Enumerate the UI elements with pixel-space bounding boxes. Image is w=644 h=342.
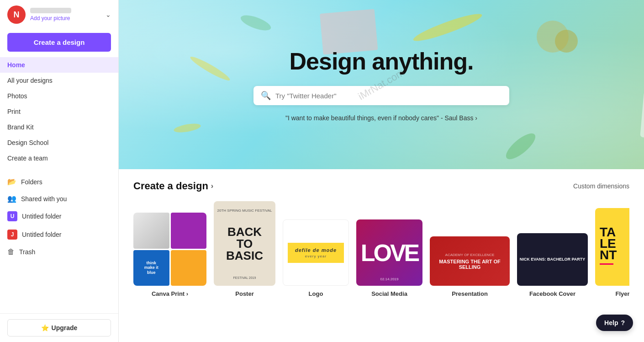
- search-icon: 🔍: [261, 91, 271, 101]
- section-header: Create a design › Custom dimensions: [133, 180, 629, 192]
- sidebar-nav: Home All your designs Photos Print Brand…: [0, 57, 118, 313]
- cp3: thinkmake itblue: [133, 250, 169, 286]
- logo-inner: defile de mode every year: [288, 243, 344, 263]
- shared-label: Shared with you: [21, 195, 67, 203]
- folders-label: Folders: [21, 178, 42, 186]
- trash-icon: 🗑: [7, 248, 15, 256]
- poster-main-text: BACKTOBASIC: [226, 226, 263, 262]
- presentation-label: Presentation: [452, 290, 488, 297]
- sidebar-item-print[interactable]: Print: [0, 104, 118, 119]
- poster-card[interactable]: 20TH SPRING MUSIC FESTIVAL BACKTOBASIC F…: [214, 201, 275, 297]
- hero-banner: iMrNat.com Design anything. 🔍 "I want to…: [119, 0, 644, 169]
- flyer-thumb: TALENT: [595, 208, 629, 286]
- design-cards-row: thinkmake itblue Canva Print › 20TH SPRI…: [133, 201, 629, 297]
- help-label: Help: [604, 319, 618, 326]
- canva-print-card[interactable]: thinkmake itblue Canva Print ›: [133, 213, 206, 297]
- upgrade-star-icon: ⭐: [41, 324, 49, 331]
- section-chevron-icon: ›: [211, 182, 213, 190]
- fb-thumb: NICK EVANS: BACHELOR PARTY: [517, 233, 588, 286]
- sidebar-item-design-school[interactable]: Design School: [0, 135, 118, 150]
- poster-date: FESTIVAL 2019: [214, 276, 275, 279]
- flyer-label: Flyer: [615, 290, 629, 297]
- hero-bg-decor: [119, 0, 644, 169]
- sidebar-item-brand-kit[interactable]: Brand Kit: [0, 119, 118, 135]
- home-label: Home: [7, 61, 25, 69]
- logo-label: Logo: [309, 290, 323, 297]
- fb-text: NICK EVANS: BACHELOR PARTY: [520, 256, 586, 262]
- upgrade-label: Upgrade: [52, 324, 78, 331]
- pres-main-text: MASTERING THE ART OF SELLING: [430, 259, 510, 270]
- sidebar-item-untitled-folder-1[interactable]: U Untitled folder: [0, 207, 118, 225]
- user-name-placeholder: [30, 8, 71, 13]
- canva-print-label: Canva Print ›: [152, 290, 188, 297]
- create-section-title[interactable]: Create a design ›: [133, 180, 213, 192]
- custom-dimensions-button[interactable]: Custom dimensions: [573, 182, 629, 190]
- social-media-label: Social Media: [371, 290, 407, 297]
- cp1: [133, 213, 169, 249]
- sidebar-bottom: ⭐ Upgrade: [0, 313, 118, 342]
- sidebar-item-all-designs[interactable]: All your designs: [0, 73, 118, 88]
- user-info: Add your picture: [30, 8, 71, 21]
- trash-label: Trash: [19, 248, 35, 256]
- poster-subtitle: 20TH SPRING MUSIC FESTIVAL: [214, 208, 275, 213]
- all-designs-label: All your designs: [7, 77, 53, 84]
- social-date: 02.14.2019: [380, 277, 398, 281]
- sidebar-item-trash[interactable]: 🗑 Trash: [0, 244, 118, 260]
- add-picture-link[interactable]: Add your picture: [30, 15, 71, 21]
- logo-thumb: defile de mode every year: [283, 219, 349, 286]
- logo-card[interactable]: defile de mode every year Logo: [283, 219, 349, 297]
- cp4: [171, 250, 207, 286]
- photos-label: Photos: [7, 92, 27, 100]
- untitled-folder-2-icon: J: [7, 230, 17, 240]
- social-media-card[interactable]: LOVE 02.14.2019 Social Media: [356, 219, 422, 297]
- untitled-folder-1-label: Untitled folder: [22, 213, 61, 220]
- facebook-cover-card[interactable]: NICK EVANS: BACHELOR PARTY Facebook Cove…: [517, 233, 588, 297]
- upgrade-button[interactable]: ⭐ Upgrade: [7, 319, 111, 337]
- brand-kit-label: Brand Kit: [7, 123, 34, 131]
- folder-icon: 📂: [7, 177, 16, 186]
- sidebar: N Add your picture ⌄ Create a design Hom…: [0, 0, 119, 342]
- search-bar[interactable]: 🔍: [253, 86, 509, 105]
- untitled-folder-1-icon: U: [7, 211, 17, 221]
- cp2: [171, 213, 207, 249]
- sidebar-user-area: N Add your picture ⌄: [0, 0, 118, 29]
- sidebar-item-shared-with-you[interactable]: 👥 Shared with you: [0, 190, 118, 207]
- create-design-section: Create a design › Custom dimensions thin…: [119, 169, 644, 308]
- facebook-cover-label: Facebook Cover: [529, 290, 575, 297]
- create-design-button[interactable]: Create a design: [7, 33, 111, 52]
- create-team-label: Create a team: [7, 155, 48, 162]
- sidebar-item-untitled-folder-2[interactable]: J Untitled folder: [0, 225, 118, 244]
- poster-label: Poster: [235, 290, 253, 297]
- shared-icon: 👥: [7, 194, 16, 203]
- pres-thumb: ACADEMY OF EXCELLENCE MASTERING THE ART …: [430, 236, 510, 286]
- social-love-text: LOVE: [361, 241, 418, 265]
- design-school-label: Design School: [7, 139, 48, 146]
- avatar: N: [7, 5, 26, 24]
- sidebar-item-folders[interactable]: 📂 Folders: [0, 173, 118, 190]
- sidebar-item-photos[interactable]: Photos: [0, 88, 118, 104]
- flyer-text: TALENT: [600, 226, 617, 261]
- flyer-card[interactable]: TALENT Flyer: [595, 208, 629, 297]
- hero-quote[interactable]: "I want to make beautiful things, even i…: [285, 114, 477, 122]
- user-chevron-icon[interactable]: ⌄: [106, 11, 111, 18]
- search-input[interactable]: [275, 92, 502, 100]
- hero-title: Design anything.: [290, 48, 474, 75]
- print-label: Print: [7, 108, 21, 115]
- untitled-folder-2-label: Untitled folder: [22, 231, 61, 238]
- help-icon: ?: [621, 319, 625, 326]
- social-thumb: LOVE 02.14.2019: [356, 219, 422, 286]
- poster-thumb: 20TH SPRING MUSIC FESTIVAL BACKTOBASIC F…: [214, 201, 275, 286]
- help-button[interactable]: Help ?: [596, 315, 633, 331]
- flyer-accent: [600, 263, 613, 265]
- presentation-card[interactable]: ACADEMY OF EXCELLENCE MASTERING THE ART …: [430, 236, 510, 297]
- main-content: iMrNat.com Design anything. 🔍 "I want to…: [119, 0, 644, 342]
- canva-print-thumb: thinkmake itblue: [133, 213, 206, 286]
- pres-subtitle: ACADEMY OF EXCELLENCE: [445, 253, 495, 257]
- sidebar-item-home[interactable]: Home: [0, 57, 118, 73]
- sidebar-item-create-team[interactable]: Create a team: [0, 150, 118, 166]
